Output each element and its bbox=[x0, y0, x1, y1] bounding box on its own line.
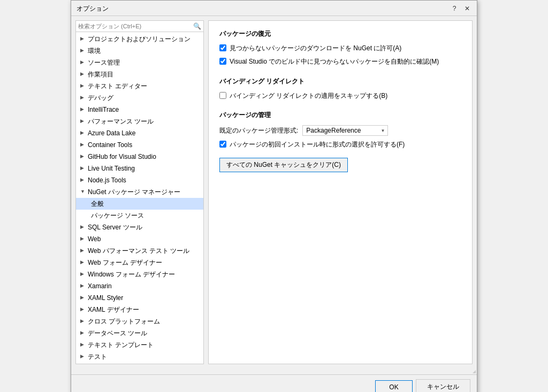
tree-item[interactable]: ▶Windows フォーム デザイナー bbox=[76, 268, 203, 280]
left-panel: 🔍 ▶プロジェクトおよびソリューション▶環境▶ソース管理▶作業項目▶テキスト エ… bbox=[75, 20, 204, 364]
tree-item[interactable]: ▶Xamarin bbox=[76, 280, 203, 292]
tree-item[interactable]: ▶ソース管理 bbox=[76, 57, 203, 68]
tree-expand-arrow: ▶ bbox=[80, 247, 87, 255]
tree-item-label: Windows フォーム デザイナー bbox=[88, 270, 175, 279]
tree-item[interactable]: ▶作業項目 bbox=[76, 68, 203, 80]
package-restore-title: パッケージの復元 bbox=[219, 29, 461, 39]
tree-expand-arrow: ▶ bbox=[80, 353, 87, 360]
tree-item[interactable]: ▶Web bbox=[76, 233, 203, 245]
tree-item[interactable]: ▶デバッグ bbox=[76, 92, 203, 104]
tree-item[interactable]: ▶プロジェクトおよびソリューション bbox=[76, 33, 203, 45]
tree-item-label: Xamarin bbox=[88, 281, 112, 291]
tree-expand-arrow: ▶ bbox=[80, 341, 87, 349]
tree-item-label: ソース管理 bbox=[88, 58, 120, 67]
tree-expand-arrow: ▼ bbox=[80, 188, 87, 196]
tree-item[interactable]: ▶IntelliTrace bbox=[76, 104, 203, 116]
tree-expand-arrow: ▶ bbox=[80, 153, 87, 160]
close-button[interactable]: ✕ bbox=[462, 4, 473, 13]
package-format-select[interactable]: PackageReferencepackages.config bbox=[302, 125, 388, 136]
tree-item[interactable]: 全般 bbox=[76, 198, 203, 210]
tree-item[interactable]: ▶XAML Styler bbox=[76, 292, 203, 304]
tree-expand-arrow: ▶ bbox=[80, 94, 87, 102]
tree-item[interactable]: ▶Container Tools bbox=[76, 139, 203, 151]
tree-item[interactable]: ▶テキスト エディター bbox=[76, 80, 203, 92]
tree-expand-arrow: ▶ bbox=[80, 71, 87, 78]
tree-expand-arrow: ▶ bbox=[80, 35, 87, 43]
tree-expand-arrow: ▶ bbox=[80, 235, 87, 243]
tree-item-label: XAML デザイナー bbox=[88, 305, 139, 314]
tree-item[interactable]: ▶Node.js Tools bbox=[76, 174, 203, 186]
tree-expand-arrow: ▶ bbox=[80, 129, 87, 137]
tree-item-label: GitHub for Visual Studio bbox=[88, 152, 156, 162]
package-management-title: パッケージの管理 bbox=[219, 111, 461, 120]
ok-button[interactable]: OK bbox=[375, 380, 413, 393]
tree-expand-arrow: ▶ bbox=[80, 306, 87, 313]
tree-item[interactable]: ▶Web パフォーマンス テスト ツール bbox=[76, 245, 203, 257]
tree-item-label: Azure Data Lake bbox=[88, 128, 135, 138]
tree-item[interactable]: ▶パフォーマンス ツール bbox=[76, 116, 203, 127]
tree-item[interactable]: ▶テスト bbox=[76, 351, 203, 363]
tree-item-label: テスト bbox=[88, 352, 107, 362]
dropdown-wrapper: PackageReferencepackages.config bbox=[302, 125, 388, 136]
tree-item[interactable]: ▶Web フォーム デザイナー bbox=[76, 257, 203, 268]
search-box: 🔍 bbox=[76, 21, 203, 32]
tree-expand-arrow: ▶ bbox=[80, 106, 87, 113]
cancel-button[interactable]: キャンセル bbox=[416, 379, 470, 392]
tree-expand-arrow: ▶ bbox=[80, 82, 87, 90]
tree-expand-arrow: ▶ bbox=[80, 259, 87, 266]
title-bar-buttons: ? ✕ bbox=[449, 4, 473, 13]
tree-item[interactable]: パッケージ ソース bbox=[76, 210, 203, 221]
tree-item[interactable]: ▶テキスト テンプレート bbox=[76, 339, 203, 351]
binding-redirect-title: バインディング リダイレクト bbox=[219, 77, 461, 86]
tree-item[interactable]: ▶Azure Data Lake bbox=[76, 127, 203, 139]
dropdown-row: 既定のパッケージ管理形式: PackageReferencepackages.c… bbox=[219, 125, 461, 136]
tree-item[interactable]: ▶SQL Server ツール bbox=[76, 221, 203, 233]
clear-cache-button[interactable]: すべての NuGet キャッシュをクリア(C) bbox=[219, 158, 348, 172]
tree-item-label: テキスト エディター bbox=[88, 81, 147, 91]
checkbox1-row: 見つからないパッケージのダウンロードを NuGet に許可(A) bbox=[219, 44, 461, 53]
tree-item-label: IntelliTrace bbox=[88, 105, 119, 114]
tree-list: ▶プロジェクトおよびソリューション▶環境▶ソース管理▶作業項目▶テキスト エディ… bbox=[76, 32, 203, 364]
tree-item-label: パフォーマンス ツール bbox=[88, 117, 154, 126]
checkbox1[interactable] bbox=[219, 44, 226, 51]
tree-item[interactable]: ▶環境 bbox=[76, 45, 203, 57]
title-bar: オプション ? ✕ bbox=[71, 1, 477, 16]
tree-item-label: パッケージ ソース bbox=[91, 211, 144, 220]
dialog-footer: OK キャンセル bbox=[71, 374, 477, 392]
tree-item-label: Node.js Tools bbox=[88, 175, 126, 185]
search-input[interactable] bbox=[78, 23, 193, 29]
checkbox4-label: パッケージの初回インストール時に形式の選択を許可する(F) bbox=[230, 140, 405, 149]
tree-item[interactable]: ▶データベース ツール bbox=[76, 327, 203, 339]
help-button[interactable]: ? bbox=[449, 4, 460, 13]
tree-item-label: クロス プラットフォーム bbox=[88, 317, 160, 326]
tree-item-label: データベース ツール bbox=[88, 328, 147, 338]
tree-item-label: プロジェクトおよびソリューション bbox=[88, 34, 191, 44]
checkbox3-label: バインディング リダイレクトの適用をスキップする(B) bbox=[230, 91, 387, 101]
tree-item-label: Container Tools bbox=[88, 140, 132, 150]
tree-expand-arrow: ▶ bbox=[80, 294, 87, 302]
tree-item-label: 全般 bbox=[91, 199, 104, 209]
tree-expand-arrow: ▶ bbox=[80, 47, 87, 55]
tree-expand-arrow: ▶ bbox=[80, 165, 87, 172]
checkbox2-row: Visual Studio でのビルド中に見つからないパッケージを自動的に確認(… bbox=[219, 57, 461, 66]
tree-item-label: NuGet パッケージ マネージャー bbox=[88, 187, 180, 197]
tree-item[interactable]: ▶クロス プラットフォーム bbox=[76, 316, 203, 327]
tree-item[interactable]: ▶Live Unit Testing bbox=[76, 163, 203, 174]
tree-item-label: 環境 bbox=[88, 46, 101, 56]
tree-item[interactable]: ▼NuGet パッケージ マネージャー bbox=[76, 186, 203, 198]
checkbox3[interactable] bbox=[219, 92, 226, 99]
checkbox2[interactable] bbox=[219, 58, 226, 65]
tree-item[interactable]: ▶GitHub for Visual Studio bbox=[76, 151, 203, 163]
dialog-title: オプション bbox=[77, 4, 109, 13]
right-panel: パッケージの復元 見つからないパッケージのダウンロードを NuGet に許可(A… bbox=[208, 20, 473, 364]
search-icon: 🔍 bbox=[193, 22, 201, 30]
tree-item[interactable]: ▶XAML デザイナー bbox=[76, 304, 203, 316]
tree-item-label: Live Unit Testing bbox=[88, 164, 135, 173]
tree-item-label: 作業項目 bbox=[88, 70, 113, 79]
tree-expand-arrow: ▶ bbox=[80, 224, 87, 231]
checkbox4[interactable] bbox=[219, 141, 226, 148]
tree-expand-arrow: ▶ bbox=[80, 282, 87, 290]
tree-expand-arrow: ▶ bbox=[80, 141, 87, 149]
tree-item-label: テキスト テンプレート bbox=[88, 340, 154, 350]
tree-item-label: Web フォーム デザイナー bbox=[88, 258, 162, 267]
